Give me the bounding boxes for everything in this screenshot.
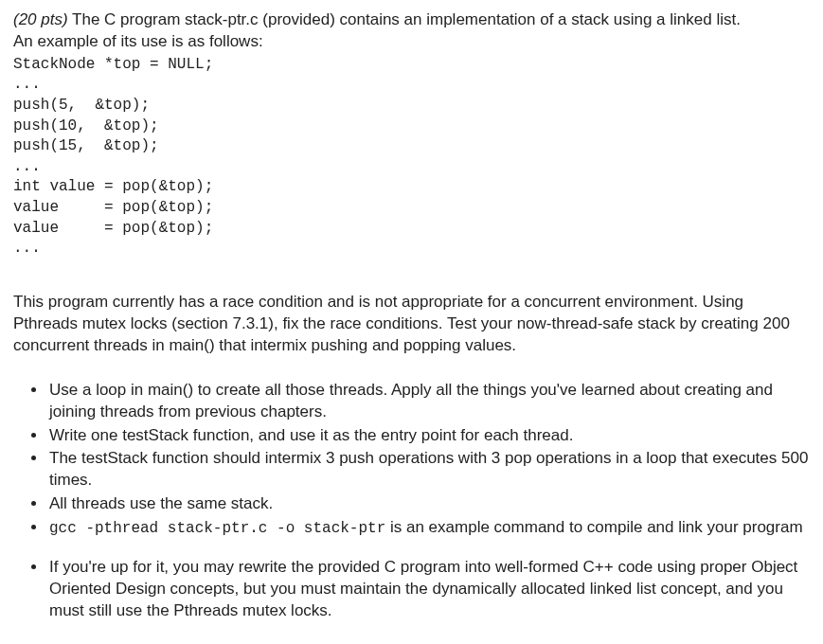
bullet-list: Use a loop in main() to create all those…	[13, 380, 810, 540]
intro-line2: An example of its use is as follows:	[13, 31, 810, 53]
code-ellipsis: ...	[13, 76, 41, 93]
list-item: gcc -pthread stack-ptr.c -o stack-ptr is…	[47, 517, 810, 540]
code-decl: StackNode *top = NULL;	[13, 56, 213, 73]
code-pop2: value = pop(&top);	[13, 199, 213, 216]
code-push1: push(5, &top);	[13, 97, 150, 114]
code-push3: push(15, &top);	[13, 137, 159, 154]
bullet-list-2: If you're up for it, you may rewrite the…	[13, 557, 810, 622]
gcc-command: gcc -pthread stack-ptr.c -o stack-ptr	[49, 520, 385, 537]
points-label: (20 pts)	[13, 10, 68, 28]
code-pop1: int value = pop(&top);	[13, 178, 213, 195]
code-push2: push(10, &top);	[13, 117, 159, 134]
list-item: The testStack function should intermix 3…	[47, 448, 810, 492]
intro-paragraph: (20 pts) The C program stack-ptr.c (prov…	[13, 9, 810, 53]
list-item: Use a loop in main() to create all those…	[47, 380, 810, 423]
code-ellipsis: ...	[13, 240, 41, 257]
code-ellipsis: ...	[13, 158, 41, 175]
body-paragraph: This program currently has a race condit…	[13, 292, 810, 357]
code-block: StackNode *top = NULL; ... push(5, &top)…	[13, 55, 810, 259]
list-item: Write one testStack function, and use it…	[47, 425, 810, 447]
code-pop3: value = pop(&top);	[13, 220, 213, 237]
list-item: If you're up for it, you may rewrite the…	[47, 557, 810, 622]
list-item: All threads use the same stack.	[47, 493, 810, 515]
gcc-rest: is an example command to compile and lin…	[385, 518, 802, 536]
intro-line1: The C program stack-ptr.c (provided) con…	[68, 10, 741, 28]
